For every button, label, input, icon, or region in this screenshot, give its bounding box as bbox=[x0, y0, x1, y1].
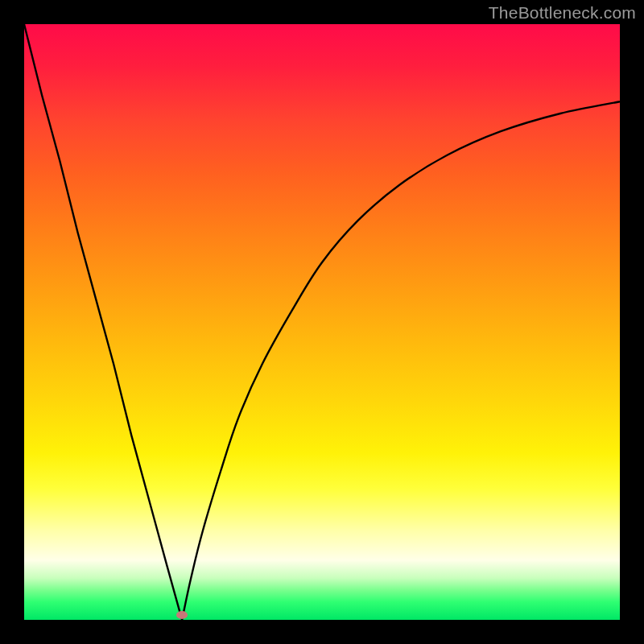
plot-area bbox=[24, 24, 620, 620]
min-marker bbox=[176, 611, 188, 619]
watermark-text: TheBottleneck.com bbox=[489, 3, 636, 23]
chart-frame: TheBottleneck.com bbox=[0, 0, 644, 644]
curve-left bbox=[24, 24, 182, 620]
curve-right bbox=[182, 101, 620, 620]
curve-svg bbox=[24, 24, 620, 620]
